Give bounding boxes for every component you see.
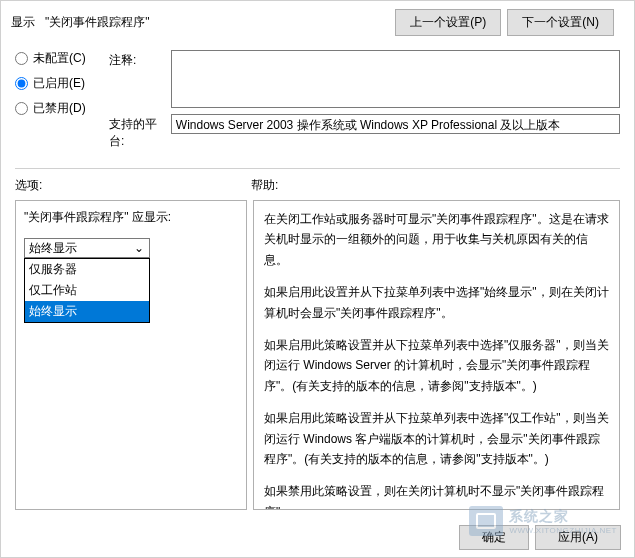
help-paragraph: 如果启用此设置并从下拉菜单列表中选择"始终显示"，则在关闭计算机时会显示"关闭事… [264, 282, 609, 323]
radio-disabled-input[interactable] [15, 102, 28, 115]
help-paragraph: 在关闭工作站或服务器时可显示"关闭事件跟踪程序"。这是在请求关机时显示的一组额外… [264, 209, 609, 270]
main-content: "关闭事件跟踪程序" 应显示: 始终显示 ⌄ 仅服务器 仅工作站 始终显示 在关… [1, 200, 634, 510]
title-policy-name: "关闭事件跟踪程序" [45, 14, 150, 31]
radio-enabled-label: 已启用(E) [33, 75, 85, 92]
divider [15, 168, 620, 169]
platform-text: Windows Server 2003 操作系统或 Windows XP Pro… [171, 114, 620, 134]
display-mode-combo[interactable]: 始终显示 ⌄ 仅服务器 仅工作站 始终显示 [24, 238, 150, 258]
watermark-zh: 系统之家 [509, 508, 617, 526]
help-panel[interactable]: 在关闭工作站或服务器时可显示"关闭事件跟踪程序"。这是在请求关机时显示的一组额外… [253, 200, 620, 510]
combo-display[interactable]: 始终显示 ⌄ [24, 238, 150, 258]
bottom-button-bar: 确定 应用(A) [459, 525, 621, 550]
title-bar: 显示 "关闭事件跟踪程序" 上一个设置(P) 下一个设置(N) [1, 1, 634, 44]
radio-enabled[interactable]: 已启用(E) [15, 75, 109, 92]
options-label: 选项: [15, 177, 251, 194]
dropdown-item-servers-only[interactable]: 仅服务器 [25, 259, 149, 280]
dropdown-item-always-show[interactable]: 始终显示 [25, 301, 149, 322]
combo-selected-text: 始终显示 [29, 240, 131, 257]
radio-enabled-input[interactable] [15, 77, 28, 90]
options-title: "关闭事件跟踪程序" 应显示: [24, 209, 238, 226]
options-panel: "关闭事件跟踪程序" 应显示: 始终显示 ⌄ 仅服务器 仅工作站 始终显示 [15, 200, 247, 510]
chevron-down-icon: ⌄ [131, 241, 147, 255]
radio-disabled[interactable]: 已禁用(D) [15, 100, 109, 117]
policy-editor-window: 显示 "关闭事件跟踪程序" 上一个设置(P) 下一个设置(N) 未配置(C) 已… [0, 0, 635, 558]
state-radio-group: 未配置(C) 已启用(E) 已禁用(D) [15, 50, 109, 125]
radio-unconfigured-label: 未配置(C) [33, 50, 86, 67]
dropdown-list: 仅服务器 仅工作站 始终显示 [24, 258, 150, 323]
next-setting-button[interactable]: 下一个设置(N) [507, 9, 614, 36]
radio-unconfigured-input[interactable] [15, 52, 28, 65]
help-label: 帮助: [251, 177, 278, 194]
apply-button[interactable]: 应用(A) [535, 525, 621, 550]
help-paragraph: 如果启用此策略设置并从下拉菜单列表中选择"仅工作站"，则当关闭运行 Window… [264, 408, 609, 469]
radio-unconfigured[interactable]: 未配置(C) [15, 50, 109, 67]
help-paragraph: 如果禁用此策略设置，则在关闭计算机时不显示"关闭事件跟踪程序"。 [264, 481, 609, 510]
title-prefix: 显示 [11, 14, 35, 31]
platform-label: 支持的平台: [109, 114, 167, 150]
options-help-header: 选项: 帮助: [1, 177, 634, 200]
config-section: 未配置(C) 已启用(E) 已禁用(D) 注释: 支持的平台: [1, 44, 634, 164]
help-paragraph: 如果启用此策略设置并从下拉菜单列表中选择"仅服务器"，则当关闭运行 Window… [264, 335, 609, 396]
comment-input[interactable] [171, 50, 620, 108]
comment-label: 注释: [109, 50, 167, 69]
ok-button[interactable]: 确定 [459, 525, 529, 550]
dropdown-item-workstations-only[interactable]: 仅工作站 [25, 280, 149, 301]
radio-disabled-label: 已禁用(D) [33, 100, 86, 117]
prev-setting-button[interactable]: 上一个设置(P) [395, 9, 501, 36]
nav-buttons: 上一个设置(P) 下一个设置(N) [395, 9, 614, 36]
